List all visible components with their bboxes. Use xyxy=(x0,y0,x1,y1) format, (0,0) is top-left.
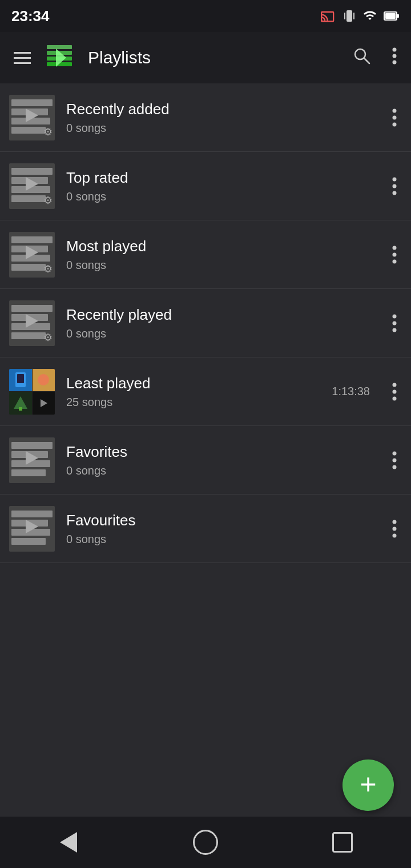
recents-icon xyxy=(332,832,353,853)
status-bar: 23:34 xyxy=(0,0,411,32)
svg-point-36 xyxy=(393,383,397,387)
playlist-item-favorites[interactable]: Favorites0 songs xyxy=(0,426,411,495)
playlist-more-button[interactable] xyxy=(387,512,402,546)
svg-line-14 xyxy=(364,58,369,63)
playlist-thumbnail: ⚙ xyxy=(9,95,55,140)
svg-point-27 xyxy=(393,314,397,318)
app-title: Playlists xyxy=(88,48,339,67)
vibrate-icon xyxy=(342,8,356,24)
top-bar: Playlists xyxy=(0,32,411,83)
playlist-song-count: 0 songs xyxy=(66,259,376,272)
playlist-item-recently-added[interactable]: ⚙ Recently added0 songs xyxy=(0,83,411,152)
playlist-thumbnail: ⚙ xyxy=(9,232,55,278)
svg-point-39 xyxy=(393,451,397,455)
playlist-info: Least played25 songs xyxy=(66,375,320,409)
add-playlist-button[interactable]: + xyxy=(342,760,394,811)
playlist-info: Recently played0 songs xyxy=(66,306,376,340)
svg-rect-2 xyxy=(346,10,352,22)
playlist-info: Recently added0 songs xyxy=(66,101,376,135)
app-logo xyxy=(45,41,79,75)
playlist-info: Favourites0 songs xyxy=(66,512,376,546)
status-time: 23:34 xyxy=(11,7,50,25)
playlist-thumbnail xyxy=(9,506,55,552)
svg-rect-34 xyxy=(19,407,22,411)
home-icon xyxy=(193,830,218,855)
back-button[interactable] xyxy=(34,817,103,868)
svg-rect-3 xyxy=(344,13,345,19)
playlist-song-count: 0 songs xyxy=(66,327,376,340)
battery-icon xyxy=(384,10,400,22)
svg-point-26 xyxy=(393,259,397,263)
svg-rect-31 xyxy=(17,374,24,383)
svg-point-25 xyxy=(393,252,397,256)
back-icon xyxy=(60,832,77,853)
search-button[interactable] xyxy=(348,42,376,74)
playlist-song-count: 25 songs xyxy=(66,396,320,409)
svg-point-32 xyxy=(38,374,49,385)
playlist-name: Favourites xyxy=(66,512,376,529)
svg-marker-35 xyxy=(41,399,47,407)
svg-point-20 xyxy=(393,122,397,126)
playlist-name: Least played xyxy=(66,375,320,392)
svg-rect-7 xyxy=(397,14,399,18)
playlist-item-least-played[interactable]: Least played25 songs1:13:38 xyxy=(0,357,411,426)
svg-point-21 xyxy=(393,177,397,181)
menu-button[interactable] xyxy=(9,47,35,69)
status-icons xyxy=(321,8,400,24)
playlist-item-most-played[interactable]: ⚙ Most played0 songs xyxy=(0,220,411,289)
svg-point-24 xyxy=(393,246,397,250)
playlist-more-button[interactable] xyxy=(387,443,402,477)
playlist-item-top-rated[interactable]: ⚙ Top rated0 songs xyxy=(0,152,411,220)
svg-point-23 xyxy=(393,191,397,195)
bottom-nav xyxy=(0,817,411,868)
playlist-list: ⚙ Recently added0 songs ⚙ Top rated0 son… xyxy=(0,83,411,563)
playlist-info: Most played0 songs xyxy=(66,238,376,272)
svg-point-16 xyxy=(393,54,397,58)
playlist-thumbnail xyxy=(9,369,55,415)
svg-rect-4 xyxy=(353,13,354,19)
svg-point-22 xyxy=(393,184,397,188)
playlist-name: Recently played xyxy=(66,306,376,324)
playlist-song-count: 0 songs xyxy=(66,464,376,477)
more-options-button[interactable] xyxy=(387,42,402,74)
add-icon: + xyxy=(360,770,376,798)
playlist-song-count: 0 songs xyxy=(66,190,376,203)
svg-point-44 xyxy=(393,533,397,537)
playlist-name: Recently added xyxy=(66,101,376,118)
svg-rect-8 xyxy=(47,45,72,49)
playlist-duration: 1:13:38 xyxy=(332,385,370,398)
playlist-song-count: 0 songs xyxy=(66,122,376,135)
svg-point-17 xyxy=(393,60,397,64)
playlist-name: Most played xyxy=(66,238,376,255)
playlist-info: Favorites0 songs xyxy=(66,443,376,477)
playlist-item-favourites[interactable]: Favourites0 songs xyxy=(0,495,411,563)
svg-rect-6 xyxy=(385,13,396,19)
svg-point-28 xyxy=(393,321,397,325)
svg-point-29 xyxy=(393,328,397,332)
playlist-song-count: 0 songs xyxy=(66,533,376,546)
svg-point-37 xyxy=(393,389,397,393)
cast-icon xyxy=(321,8,337,24)
playlist-name: Top rated xyxy=(66,169,376,187)
playlist-more-button[interactable] xyxy=(387,375,402,409)
playlist-more-button[interactable] xyxy=(387,169,402,203)
svg-point-43 xyxy=(393,527,397,531)
playlist-more-button[interactable] xyxy=(387,238,402,272)
playlist-thumbnail: ⚙ xyxy=(9,300,55,346)
svg-point-40 xyxy=(393,458,397,462)
playlist-item-recently-played[interactable]: ⚙ Recently played0 songs xyxy=(0,289,411,357)
playlist-more-button[interactable] xyxy=(387,101,402,135)
home-button[interactable] xyxy=(171,817,240,868)
svg-marker-33 xyxy=(14,396,27,409)
playlist-more-button[interactable] xyxy=(387,306,402,340)
recents-button[interactable] xyxy=(308,817,377,868)
wifi-icon xyxy=(362,10,378,22)
top-bar-actions xyxy=(348,42,402,74)
svg-point-18 xyxy=(393,108,397,112)
svg-point-38 xyxy=(393,396,397,400)
playlist-thumbnail xyxy=(9,437,55,483)
svg-point-41 xyxy=(393,465,397,469)
playlist-thumbnail: ⚙ xyxy=(9,163,55,209)
svg-point-19 xyxy=(393,115,397,119)
playlist-info: Top rated0 songs xyxy=(66,169,376,203)
